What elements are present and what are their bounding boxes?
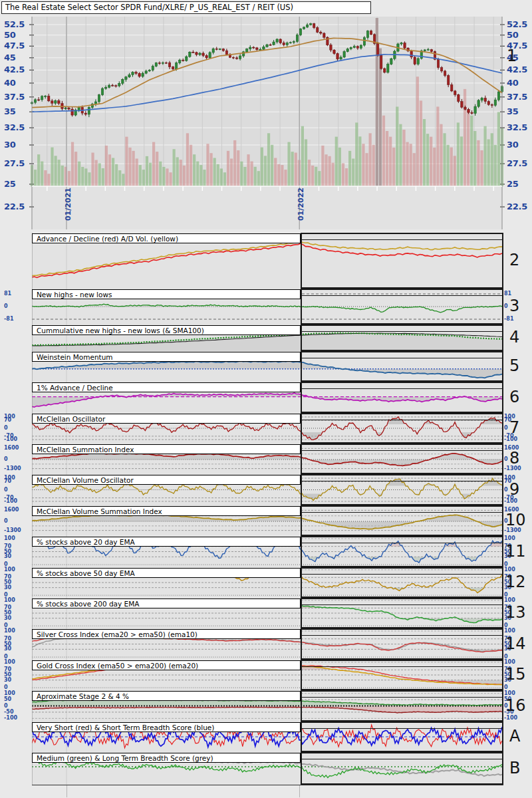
axis-tick-right-p3: -81 — [504, 317, 513, 322]
panel-p6: 1% Advance / Decline — [32, 382, 503, 413]
axis-tick-left-p16: 0 — [4, 704, 8, 709]
axis-tick-left-p10: 1600 — [4, 507, 19, 513]
price-tick-left: 22.5 — [4, 202, 25, 211]
price-tick-right: 32.5 — [507, 123, 527, 132]
panel-p5: Weinstein Momentum — [32, 351, 503, 382]
panel-p2: Advance / Decline (red) A/D Vol. (yellow… — [32, 233, 503, 289]
axis-tick-left-p16: 100 — [4, 691, 15, 696]
axis-tick-left-p14: 30 — [4, 646, 11, 652]
panel-label-p16: Aproximate Stage 2 & 4 % — [32, 691, 301, 701]
panel-label-p2: Advance / Decline (red) A/D Vol. (yellow… — [32, 233, 301, 243]
axis-tick-left-p10: 0 — [4, 519, 8, 524]
price-volume-chart[interactable] — [0, 0, 532, 231]
axis-tick-left-p10: -1300 — [4, 528, 21, 533]
price-tick-left: 47.5 — [4, 41, 25, 51]
axis-tick-right-p14: 100 — [504, 628, 515, 634]
panel-label-p15: Gold Cross Index (ema50 > ema200) (ema20… — [32, 660, 301, 670]
axis-tick-left-p8: -1300 — [4, 466, 21, 471]
panel-p4: Cummulative new highs - new lows (& SMA1… — [32, 325, 503, 351]
axis-tick-right-p11: 100 — [504, 536, 515, 541]
axis-tick-right-p9: 0 — [504, 487, 508, 493]
panel-number-B: B — [509, 760, 520, 776]
price-tick-right: 52.5 — [507, 20, 527, 29]
price-tick-left: 25 — [4, 180, 16, 189]
panel-number-5: 5 — [509, 358, 519, 374]
axis-tick-left-p9: -100 — [4, 499, 17, 504]
price-tick-right: 30 — [507, 140, 519, 150]
panel-p16: Aproximate Stage 2 & 4 % — [32, 690, 503, 722]
axis-tick-right-p15: 0 — [504, 685, 508, 690]
panel-number-7: 7 — [509, 420, 519, 436]
price-tick-right: 42.5 — [507, 65, 527, 74]
panel-number-8: 8 — [509, 450, 519, 466]
panel-number-3: 3 — [509, 298, 519, 314]
panel-number-12: 12 — [505, 574, 526, 590]
panel-p8: McClellan Summation Index — [32, 444, 503, 474]
axis-tick-left-p16: 50 — [4, 697, 11, 702]
axis-tick-left-p16: -50 — [4, 710, 13, 715]
axis-tick-left-p7: 70 — [4, 418, 11, 423]
panel-label-p7: McClellan Oscillator — [32, 414, 301, 424]
price-tick-left: 35 — [4, 107, 16, 116]
price-tick-left: 37.5 — [4, 92, 25, 102]
axis-tick-left-p13: 30 — [4, 616, 11, 621]
chart-title: The Real Estate Select Sector SPDR Fund/… — [1, 1, 371, 14]
panel-label-p11: % stocks above 20 day EMA — [32, 537, 301, 547]
panel-number-9: 9 — [509, 481, 519, 497]
panel-label-p8: McClellan Summation Index — [32, 444, 301, 454]
panel-p7: McClellan Oscillator — [32, 413, 503, 444]
axis-tick-left-p8: 1600 — [4, 446, 19, 451]
panel-p10: McClellan Volume Summation Index — [32, 505, 503, 536]
axis-tick-right-p3: 0 — [504, 304, 508, 309]
axis-tick-left-p12: 100 — [4, 567, 15, 573]
price-tick-left: 50 — [4, 31, 16, 40]
axis-tick-right-p9: -100 — [504, 499, 517, 504]
axis-tick-right-p7: 0 — [504, 426, 508, 431]
panel-pa: Very Short (red) & Short Term Breadth Sc… — [32, 722, 503, 752]
panel-number-13: 13 — [505, 604, 526, 620]
axis-tick-left-p3: 81 — [4, 291, 11, 297]
panel-p11: % stocks above 20 day EMA — [32, 536, 503, 567]
panel-number-1: 1 — [507, 48, 517, 64]
price-tick-right: 27.5 — [507, 159, 527, 168]
panel-label-p6: 1% Advance / Decline — [32, 382, 301, 392]
price-tick-right: 25 — [507, 180, 519, 189]
panel-number-6: 6 — [509, 389, 519, 405]
price-tick-left: 27.5 — [4, 159, 25, 168]
axis-tick-left-p16: -100 — [4, 716, 17, 721]
panel-p9: McClellan Volume Oscillator — [32, 474, 503, 505]
panel-p15: Gold Cross Index (ema50 > ema200) (ema20… — [32, 660, 503, 690]
bottom-border — [32, 785, 503, 785]
axis-tick-right-p8: 0 — [504, 457, 508, 462]
panel-label-p13: % stocks above 200 day EMA — [32, 598, 301, 608]
panel-p14: Silver Cross Index (ema20 > ema50) (ema1… — [32, 628, 503, 660]
panel-label-p12: % stocks above 50 day EMA — [32, 568, 301, 578]
axis-tick-left-p11: 30 — [4, 554, 11, 559]
panel-number-11: 11 — [505, 543, 526, 559]
price-tick-left: 32.5 — [4, 123, 25, 132]
x-axis-date-label: 01/2021 — [65, 190, 72, 221]
bottom-date-guide — [299, 785, 300, 797]
axis-tick-left-p15: 30 — [4, 678, 11, 683]
panel-label-pb: Medium (green) & Long Term Breadth Score… — [32, 753, 301, 763]
panel-number-15: 15 — [505, 666, 526, 682]
price-tick-right: 37.5 — [507, 92, 527, 102]
panel-p13: % stocks above 200 day EMA — [32, 598, 503, 628]
panel-label-p4: Cummulative new highs - new lows (& SMA1… — [32, 325, 301, 335]
panel-label-p9: McClellan Volume Oscillator — [32, 475, 301, 485]
price-tick-left: 45 — [4, 53, 16, 63]
price-tick-left: 42.5 — [4, 65, 25, 74]
panel-label-p3: New highs - new lows — [32, 289, 301, 299]
axis-tick-right-p16: -100 — [504, 716, 517, 721]
bottom-date-guide — [66, 785, 67, 797]
price-tick-right: 40 — [507, 78, 519, 88]
panel-number-10: 10 — [505, 512, 526, 528]
axis-tick-left-p7: 0 — [4, 426, 8, 431]
x-axis-date-label: 01/2022 — [297, 190, 305, 221]
axis-tick-left-p13: 100 — [4, 598, 15, 603]
panel-number-2: 2 — [509, 252, 519, 268]
panel-number-4: 4 — [509, 329, 519, 345]
price-tick-left: 30 — [4, 140, 16, 150]
panel-label-p5: Weinstein Momentum — [32, 352, 301, 362]
panel-label-pa: Very Short (red) & Short Term Breadth Sc… — [32, 722, 301, 732]
